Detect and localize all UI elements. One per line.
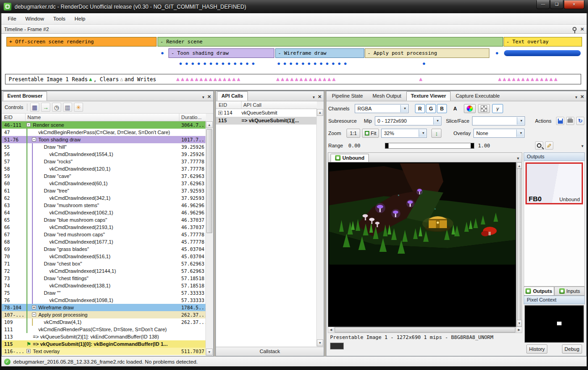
event-row[interactable]: 66vkCmdDrawIndexed(2193,1)46.37037	[2, 224, 206, 231]
draw-marker-dots[interactable]: ●●●●●●●●●●●●	[277, 60, 350, 67]
scroll-down-icon[interactable]	[206, 349, 213, 355]
texture-hscroll-thumb[interactable]	[335, 327, 515, 333]
texture-tab-unbound[interactable]: Unbound	[331, 154, 369, 162]
api-row[interactable]: +114vkQueueSubmit	[216, 109, 317, 117]
event-row[interactable]: 65Draw "blue mushroom caps"46.37037	[2, 216, 206, 224]
menu-window[interactable]: Window	[21, 14, 49, 23]
menu-help[interactable]: Help	[70, 14, 90, 23]
event-row[interactable]: 73Draw "chest fittings"57.18518	[2, 275, 206, 282]
event-row[interactable]: 68vkCmdDrawIndexed(1677,1)45.77778	[2, 238, 206, 245]
tab-outputs[interactable]: Outputs	[524, 287, 554, 296]
event-row[interactable]: 71Draw "chest box"57.62963	[2, 260, 206, 267]
api-column-headers[interactable]: EID API Call	[216, 101, 317, 109]
event-row[interactable]: 69Draw "grass blades"45.03704	[2, 245, 206, 253]
scroll-down-icon[interactable]	[517, 320, 522, 327]
find-icon[interactable]: ▦	[30, 103, 39, 112]
pixel-context-view[interactable]	[525, 305, 584, 343]
texture-image[interactable]	[328, 162, 516, 327]
event-row[interactable]: 62vkCmdDrawIndexed(342,1)37.92593	[2, 194, 206, 202]
timeline-body[interactable]: Presentable Image 1 Reads ▲ , Clears △ a…	[1, 34, 587, 91]
maximize-button[interactable]: ❏	[550, 0, 563, 9]
autofit-wand-icon[interactable]: ✎	[545, 141, 553, 150]
goto-eid-icon[interactable]: →	[41, 103, 50, 112]
timeline-marker[interactable]: + Off-screen scene rendering	[6, 37, 157, 47]
tab-event-browser[interactable]: Event Browser	[3, 91, 47, 101]
event-row[interactable]: 107-...-Apply post processing262.37...	[2, 311, 206, 318]
draw-marker-dot[interactable]: ●	[161, 50, 164, 56]
pin-icon[interactable]	[572, 27, 577, 31]
scroll-up-icon[interactable]	[317, 109, 323, 116]
statistics-icon[interactable]: ▥	[63, 103, 72, 112]
expander-icon[interactable]: -	[26, 123, 31, 127]
event-row[interactable]: 61Draw "tree"37.92593	[2, 187, 206, 194]
event-row[interactable]: 64vkCmdDrawIndexed(1062,1)46.96296	[2, 209, 206, 216]
col-name[interactable]: Name	[26, 114, 179, 121]
scroll-down-icon[interactable]	[317, 339, 323, 346]
event-row[interactable]: 58vkCmdDrawIndexed(120,1)37.77778	[2, 165, 206, 172]
overlay-select[interactable]: None	[473, 129, 525, 138]
eb-close-icon[interactable]	[207, 93, 211, 100]
range-slider[interactable]	[385, 143, 474, 149]
panel-menu-icon[interactable]	[575, 94, 578, 99]
api-row[interactable]: 115=> vkQueueSubmit(1)[...	[216, 117, 317, 125]
bookmark-icon[interactable]: ✳	[74, 103, 83, 112]
zoom-level-select[interactable]: 32%	[381, 129, 427, 138]
menu-file[interactable]: File	[3, 14, 21, 23]
menu-tools[interactable]: Tools	[48, 14, 70, 23]
blue-channel-button[interactable]: B	[437, 104, 447, 113]
black-point-handle[interactable]	[385, 143, 388, 148]
tab-api-calls[interactable]: API Calls	[217, 91, 248, 101]
timeline-marker[interactable]: - Toon shading draw	[168, 48, 274, 58]
usage-write-triangles[interactable]: ▲	[419, 76, 424, 82]
zoom-fit-button[interactable]: Fit	[362, 129, 379, 138]
fb0-thumbnail[interactable]: FB0 Unbound	[525, 162, 583, 204]
callstack-section[interactable]: Callstack	[216, 347, 324, 356]
event-row[interactable]: 76vkCmdDrawIndexed(1098,1)57.33333	[2, 297, 206, 304]
event-row[interactable]: 111vkCmdEndRenderPass(C=Store, D=Store, …	[2, 326, 206, 333]
eb-column-headers[interactable]: EID Name Duratio...	[2, 114, 206, 121]
mip-select[interactable]: 0 - 1272x690	[375, 116, 441, 125]
red-channel-button[interactable]: R	[415, 104, 425, 113]
draw-marker-dots[interactable]: ●	[422, 60, 428, 67]
history-button[interactable]: History	[526, 344, 547, 354]
time-durations-icon[interactable]: ◷	[52, 103, 61, 112]
timeline-marker[interactable]: - Text overlay	[504, 37, 582, 47]
save-icon[interactable]	[556, 117, 564, 125]
timeline-close-icon[interactable]	[580, 26, 584, 32]
panel-menu-icon[interactable]	[202, 94, 205, 99]
debug-button[interactable]: Debug	[562, 344, 582, 354]
col-eid[interactable]: EID	[216, 101, 242, 109]
texture-hscrollbar[interactable]: ◀ ▶	[328, 327, 522, 333]
event-row[interactable]: 72vkCmdDrawIndexed(12144,1)57.62963	[2, 267, 206, 275]
usage-write-triangles[interactable]: ▲▲▲▲▲▲▲▲▲▲▲▲▲	[276, 76, 337, 82]
timeline-panel-header[interactable]: Timeline - Frame #2	[1, 25, 587, 34]
tab-inputs[interactable]: Inputs	[554, 287, 585, 296]
event-row[interactable]: 47vkCmdBeginRenderPass(C=Clear, D=Clear,…	[2, 129, 206, 136]
minimize-button[interactable]: —	[536, 0, 550, 9]
alpha-background-button[interactable]	[478, 104, 490, 113]
event-row[interactable]: 56vkCmdDrawIndexed(1554,1)39.25926	[2, 151, 206, 158]
expander-icon[interactable]: -	[32, 313, 36, 317]
white-point-handle[interactable]	[471, 143, 474, 148]
api-close-icon[interactable]	[318, 93, 321, 100]
zoom-range-icon[interactable]	[535, 141, 543, 150]
close-button[interactable]: ×	[564, 0, 584, 9]
alpha-channel-button[interactable]: A	[450, 104, 460, 113]
eb-scroll-thumb[interactable]	[206, 129, 212, 233]
event-row[interactable]: 51-76-Toon shading draw1017.7...	[2, 136, 206, 143]
event-row[interactable]: 116-...+Text overlay511.7037	[2, 348, 206, 355]
col-api-call[interactable]: API Call	[242, 101, 317, 109]
tab-capture-executable[interactable]: Capture Executable	[451, 91, 504, 101]
event-row[interactable]: 109vkCmdDraw(4,1)262.37...	[2, 318, 206, 326]
channels-select[interactable]: RGBA	[355, 104, 409, 113]
draw-marker-dots[interactable]: ●●●●●●●●●●●●●	[179, 60, 257, 67]
color-wheel-button[interactable]	[464, 104, 476, 113]
event-row[interactable]: 46-111-Render scene3064.7...	[2, 121, 206, 129]
zoom-1-1-button[interactable]: 1:1	[346, 129, 360, 138]
event-row[interactable]: 59Draw "cave"37.62963	[2, 172, 206, 180]
event-row[interactable]: 67Draw "red mushroom caps"45.77778	[2, 231, 206, 238]
timeline-marker[interactable]: - Render scene	[158, 37, 503, 47]
event-row[interactable]: 63Draw "mushroom stems"46.96296	[2, 202, 206, 209]
range-overflow-icon[interactable]	[581, 143, 583, 148]
event-row[interactable]: 113=> vkQueueSubmit(2)[1]: vkEndCommandB…	[2, 333, 206, 340]
